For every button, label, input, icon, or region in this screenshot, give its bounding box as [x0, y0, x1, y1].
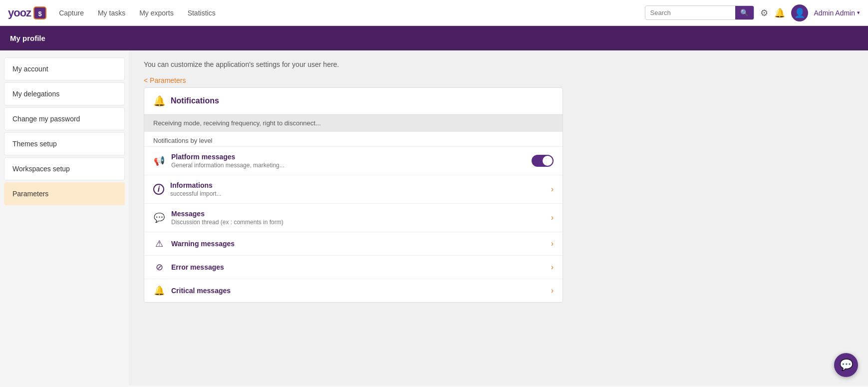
informations-title: Informations: [170, 181, 551, 189]
sidebar-item-parameters[interactable]: Parameters: [4, 182, 125, 205]
notification-row-warning[interactable]: ⚠ Warning messages ›: [144, 232, 563, 255]
platform-messages-toggle-area: [532, 155, 554, 167]
warning-title: Warning messages: [171, 240, 551, 248]
chevron-down-icon: ▾: [857, 9, 860, 16]
search-icon: 🔍: [740, 9, 749, 16]
notification-row-messages[interactable]: 💬 Messages Discussion thread (ex : comme…: [144, 203, 563, 232]
informations-icon: i: [153, 184, 164, 195]
informations-chevron-right-icon: ›: [551, 185, 554, 194]
admin-label[interactable]: Admin Admin ▾: [814, 9, 860, 17]
sidebar-item-workspaces-setup[interactable]: Workspaces setup: [4, 157, 125, 180]
notification-row-critical[interactable]: 🔔 Critical messages ›: [144, 279, 563, 302]
sidebar-item-my-account[interactable]: My account: [4, 57, 125, 80]
notification-row-platform-messages[interactable]: 📢 Platform messages General information …: [144, 146, 563, 175]
messages-subtitle: Discussion thread (ex : comments in form…: [171, 219, 551, 226]
nav-statistics[interactable]: Statistics: [188, 9, 216, 17]
messages-title: Messages: [171, 210, 551, 218]
platform-messages-subtitle: General information message, marketing..…: [171, 162, 532, 169]
sidebar-item-my-delegations[interactable]: My delegations: [4, 82, 125, 105]
platform-messages-icon: 📢: [153, 155, 165, 166]
notifications-header: 🔔 Notifications: [144, 88, 563, 114]
top-navigation: yooz $ Capture My tasks My exports Stati…: [0, 0, 868, 26]
error-chevron-right-icon: ›: [551, 263, 554, 272]
search-box: 🔍: [645, 5, 754, 20]
receiving-mode-bar[interactable]: Receiving mode, receiving frequency, rig…: [144, 114, 563, 132]
informations-chevron-area: ›: [551, 185, 554, 194]
messages-content: Messages Discussion thread (ex : comment…: [171, 210, 551, 226]
nav-links: Capture My tasks My exports Statistics: [59, 9, 644, 17]
chat-icon: 💬: [840, 359, 853, 372]
messages-chevron-right-icon: ›: [551, 213, 554, 222]
sidebar-item-change-password[interactable]: Change my password: [4, 107, 125, 130]
chat-bubble[interactable]: 💬: [834, 353, 858, 377]
search-button[interactable]: 🔍: [735, 6, 754, 19]
critical-chevron-area: ›: [551, 286, 554, 295]
avatar[interactable]: 👤: [791, 4, 808, 21]
nav-my-exports[interactable]: My exports: [139, 9, 173, 17]
nav-right: 🔍 ⚙ 🔔 👤 Admin Admin ▾: [645, 4, 860, 21]
warning-content: Warning messages: [171, 240, 551, 248]
critical-content: Critical messages: [171, 287, 551, 295]
warning-icon: ⚠: [153, 238, 165, 249]
search-input[interactable]: [645, 6, 735, 19]
toggle-track: [532, 155, 554, 167]
bell-icon[interactable]: 🔔: [774, 7, 785, 18]
messages-icon: 💬: [153, 212, 165, 223]
notification-row-error[interactable]: ⊘ Error messages ›: [144, 255, 563, 279]
notifications-by-level-label: Notifications by level: [144, 132, 563, 146]
sidebar: My account My delegations Change my pass…: [0, 50, 129, 386]
nav-my-tasks[interactable]: My tasks: [98, 9, 125, 17]
avatar-icon: 👤: [794, 7, 805, 18]
profile-banner-title: My profile: [10, 34, 45, 42]
gear-icon[interactable]: ⚙: [760, 7, 768, 18]
platform-messages-content: Platform messages General information me…: [171, 153, 532, 169]
page-layout: My account My delegations Change my pass…: [0, 50, 868, 386]
warning-chevron-right-icon: ›: [551, 239, 554, 248]
back-link[interactable]: < Parameters: [144, 76, 186, 84]
informations-subtitle: successful import...: [170, 190, 551, 197]
platform-messages-title: Platform messages: [171, 153, 532, 161]
nav-capture[interactable]: Capture: [59, 9, 84, 17]
svg-text:$: $: [38, 10, 42, 17]
logo-text: yooz: [8, 6, 31, 19]
critical-chevron-right-icon: ›: [551, 286, 554, 295]
main-content: You can customize the application's sett…: [129, 50, 868, 386]
profile-banner: My profile: [0, 26, 868, 50]
notification-row-informations[interactable]: i Informations successful import... ›: [144, 175, 563, 203]
receiving-mode-text: Receiving mode, receiving frequency, rig…: [153, 119, 321, 127]
notifications-bell-icon: 🔔: [153, 95, 166, 107]
error-content: Error messages: [171, 263, 551, 271]
sidebar-item-themes-setup[interactable]: Themes setup: [4, 132, 125, 155]
error-chevron-area: ›: [551, 263, 554, 272]
notifications-section-card: 🔔 Notifications Receiving mode, receivin…: [144, 87, 563, 303]
intro-text: You can customize the application's sett…: [144, 60, 853, 68]
informations-content: Informations successful import...: [170, 181, 551, 197]
notifications-title: Notifications: [171, 96, 219, 105]
error-icon: ⊘: [153, 262, 165, 273]
warning-chevron-area: ›: [551, 239, 554, 248]
logo[interactable]: yooz $: [8, 6, 47, 20]
error-title: Error messages: [171, 263, 551, 271]
toggle-thumb: [543, 156, 553, 166]
critical-title: Critical messages: [171, 287, 551, 295]
critical-icon: 🔔: [153, 285, 165, 296]
platform-messages-toggle[interactable]: [532, 155, 554, 167]
logo-icon: $: [33, 6, 47, 20]
messages-chevron-area: ›: [551, 213, 554, 222]
